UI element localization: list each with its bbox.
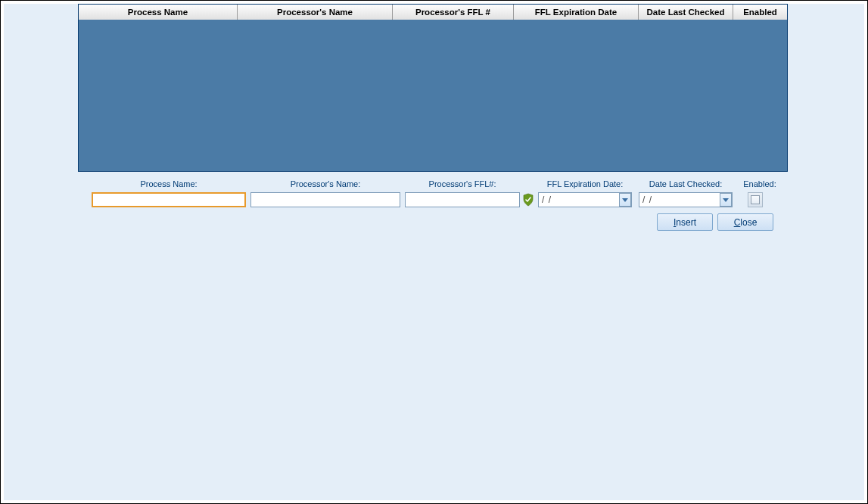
checkbox-inner (751, 195, 760, 204)
label-process-name: Process Name: (92, 179, 246, 192)
column-header-process-name[interactable]: Process Name (79, 5, 238, 20)
column-header-ffl[interactable]: Processor's FFL # (393, 5, 514, 20)
label-enabled: Enabled: (741, 179, 779, 192)
label-processor-name: Processor's Name: (250, 179, 400, 192)
shield-icon (522, 193, 534, 207)
last-checked-dropdown-button[interactable] (720, 193, 732, 207)
processor-name-input[interactable] (250, 192, 400, 207)
column-header-last-checked[interactable]: Date Last Checked (639, 5, 733, 20)
field-processor-name: Processor's Name: (250, 179, 400, 207)
expiration-date-input[interactable]: / / (538, 192, 632, 207)
field-last-checked: Date Last Checked: / / (639, 179, 733, 207)
field-expiration: FFL Expiration Date: / / (538, 179, 632, 207)
panel: Process Name Processor's Name Processor'… (4, 4, 864, 500)
field-ffl: Processor's FFL#: (405, 179, 520, 207)
close-button[interactable]: Close (717, 213, 773, 231)
ffl-input[interactable] (405, 192, 520, 207)
form-row: Process Name: Processor's Name: Processo… (92, 179, 776, 213)
process-name-input[interactable] (92, 192, 246, 207)
grid-body[interactable] (79, 20, 787, 171)
last-checked-date-input[interactable]: / / (639, 192, 733, 207)
label-last-checked: Date Last Checked: (629, 179, 742, 192)
expiration-date-text: / / (539, 194, 619, 205)
column-header-expiration[interactable]: FFL Expiration Date (514, 5, 639, 20)
enabled-checkbox[interactable] (748, 192, 763, 207)
field-enabled: Enabled: (741, 179, 779, 192)
label-expiration: FFL Expiration Date: (528, 179, 642, 192)
insert-button[interactable]: Insert (657, 213, 713, 231)
column-header-enabled[interactable]: Enabled (733, 5, 787, 20)
label-ffl: Processor's FFL#: (405, 179, 520, 192)
window: Process Name Processor's Name Processor'… (0, 0, 868, 504)
field-process-name: Process Name: (92, 179, 246, 207)
data-grid[interactable]: Process Name Processor's Name Processor'… (78, 4, 788, 172)
grid-header: Process Name Processor's Name Processor'… (79, 5, 787, 20)
last-checked-date-text: / / (639, 194, 720, 205)
expiration-dropdown-button[interactable] (619, 193, 631, 207)
column-header-processor-name[interactable]: Processor's Name (238, 5, 393, 20)
button-row: Insert Close (657, 213, 773, 231)
